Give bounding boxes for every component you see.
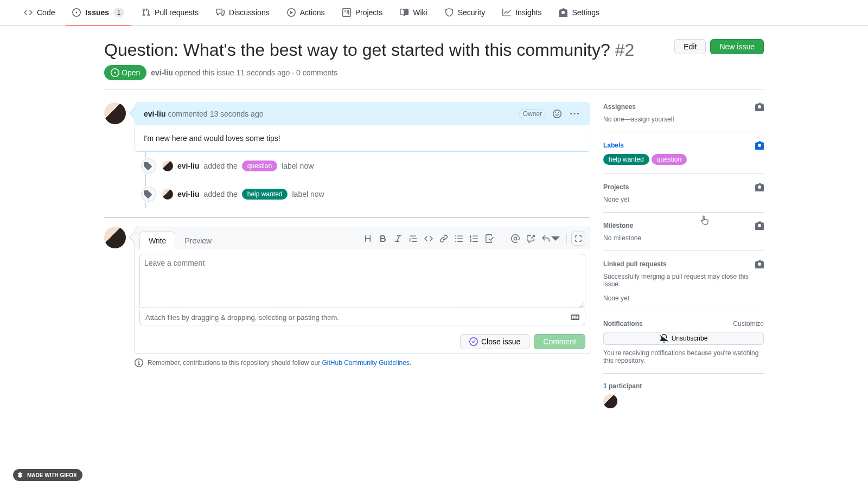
ol-button[interactable] <box>468 232 481 246</box>
react-button[interactable] <box>551 107 564 120</box>
nav-issues[interactable]: Issues 1 <box>66 0 131 26</box>
tag-icon <box>143 190 152 198</box>
owner-badge: Owner <box>519 110 546 118</box>
new-issue-button[interactable]: New issue <box>710 39 764 54</box>
gear-icon <box>755 141 764 150</box>
close-issue-button[interactable]: Close issue <box>460 334 529 349</box>
nav-code[interactable]: Code <box>17 0 61 26</box>
assign-yourself-link[interactable]: assign yourself <box>631 116 674 123</box>
preview-tab[interactable]: Preview <box>175 232 221 249</box>
git-pull-request-icon <box>142 8 150 17</box>
kebab-horizontal-icon <box>570 110 579 118</box>
nav-projects[interactable]: Projects <box>336 0 390 26</box>
linked-prs-header[interactable]: Linked pull requests <box>603 260 764 268</box>
labels-header[interactable]: Labels <box>603 141 764 150</box>
nav-security[interactable]: Security <box>438 0 492 26</box>
issue-title: Question: What's the best way to get sta… <box>104 39 634 61</box>
shield-icon <box>445 8 454 17</box>
bell-slash-icon <box>660 334 668 343</box>
avatar[interactable] <box>162 189 173 200</box>
nav-insights[interactable]: Insights <box>496 0 548 26</box>
issue-comment: evi-liu commented 13 seconds ago Owner <box>135 102 590 152</box>
smiley-icon <box>553 110 561 118</box>
label-pill[interactable]: help wanted <box>603 154 649 165</box>
nav-wiki[interactable]: Wiki <box>393 0 433 26</box>
participants-title: 1 participant <box>603 382 764 390</box>
mention-button[interactable] <box>509 232 522 246</box>
comment-discussion-icon <box>216 8 225 17</box>
gear-icon <box>755 183 764 191</box>
avatar[interactable] <box>162 161 173 171</box>
issue-author-link[interactable]: evi-liu <box>151 68 173 77</box>
issue-number: #2 <box>615 40 635 60</box>
issue-closed-icon <box>469 337 478 346</box>
comment-textarea[interactable] <box>139 254 585 308</box>
book-icon <box>400 8 409 17</box>
label-pill[interactable]: question <box>242 161 277 171</box>
gear-icon <box>755 221 764 230</box>
customize-link[interactable]: Customize <box>733 320 764 328</box>
kebab-button[interactable] <box>568 107 581 120</box>
gear-icon <box>755 102 764 111</box>
issue-opened-icon <box>111 68 119 77</box>
ul-button[interactable] <box>452 232 465 246</box>
issue-header: Question: What's the best way to get sta… <box>104 39 764 61</box>
write-tab[interactable]: Write <box>139 232 175 249</box>
comment-body: I'm new here and would loves some tips! <box>135 125 590 151</box>
repo-nav: Code Issues 1 Pull requests Discussions … <box>0 0 868 26</box>
attach-hint[interactable]: Attach files by dragging & dropping, sel… <box>139 310 585 325</box>
comment-timestamp[interactable]: 13 seconds ago <box>210 110 264 118</box>
avatar[interactable] <box>603 394 617 408</box>
projects-header[interactable]: Projects <box>603 183 764 191</box>
reply-button[interactable] <box>539 232 562 246</box>
label-pill[interactable]: question <box>652 154 687 165</box>
guidelines-link[interactable]: GitHub Community Guidelines <box>322 359 410 367</box>
play-icon <box>287 8 296 17</box>
milestone-header[interactable]: Milestone <box>603 221 764 230</box>
gear-icon <box>755 260 764 268</box>
state-badge: Open <box>104 65 146 80</box>
code-button[interactable] <box>422 232 435 246</box>
label-pill[interactable]: help wanted <box>242 189 288 200</box>
info-icon <box>135 358 143 367</box>
markdown-icon <box>571 313 579 322</box>
notifications-title: Notifications <box>603 320 643 328</box>
quote-button[interactable] <box>407 232 420 246</box>
bold-button[interactable] <box>376 232 390 246</box>
tag-icon <box>143 162 152 170</box>
gear-icon <box>559 8 567 17</box>
fullscreen-button[interactable] <box>571 232 585 246</box>
nav-actions[interactable]: Actions <box>280 0 331 26</box>
issue-meta: Open evi-liu opened this issue 11 second… <box>104 65 764 89</box>
project-icon <box>342 8 351 17</box>
markdown-toolbar <box>361 232 585 246</box>
label-event: evi-liu added the question label now <box>162 152 590 180</box>
code-icon <box>24 8 33 17</box>
guidelines-note: Remember, contributions to this reposito… <box>135 358 590 367</box>
assignees-header[interactable]: Assignees <box>603 102 764 111</box>
avatar[interactable] <box>104 227 126 248</box>
avatar[interactable] <box>104 102 126 124</box>
nav-settings[interactable]: Settings <box>552 0 606 26</box>
italic-button[interactable] <box>392 232 405 246</box>
comment-author[interactable]: evi-liu <box>144 110 165 118</box>
link-button[interactable] <box>437 232 450 246</box>
issue-opened-icon <box>72 8 81 17</box>
heading-button[interactable] <box>361 232 374 246</box>
unsubscribe-button[interactable]: Unsubscribe <box>603 332 764 345</box>
nav-pull-requests[interactable]: Pull requests <box>135 0 205 26</box>
comment-button[interactable]: Comment <box>534 334 585 349</box>
edit-button[interactable]: Edit <box>674 39 706 54</box>
new-comment-form: Write Preview <box>135 227 590 354</box>
nav-discussions[interactable]: Discussions <box>209 0 276 26</box>
label-event: evi-liu added the help wanted label now <box>162 180 590 208</box>
crossref-button[interactable] <box>524 232 537 246</box>
issues-count-badge: 1 <box>113 8 124 17</box>
tasklist-button[interactable] <box>483 232 496 246</box>
graph-icon <box>502 8 511 17</box>
